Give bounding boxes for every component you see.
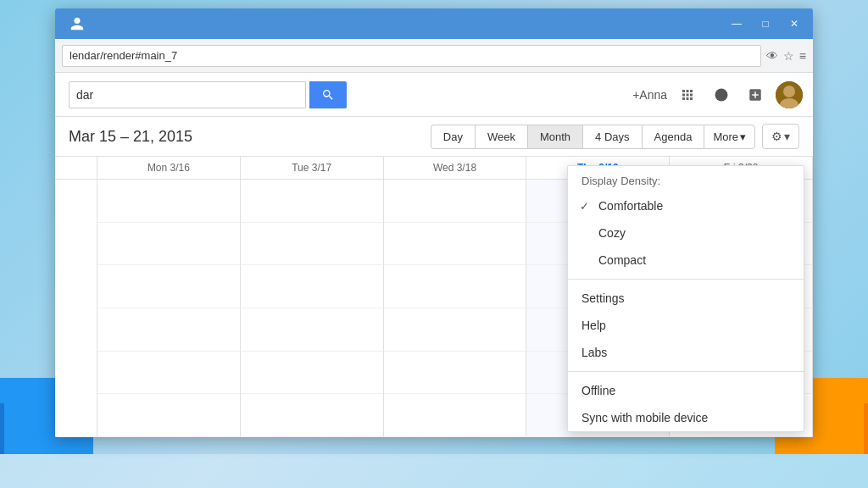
close-button[interactable]: ✕ bbox=[782, 15, 806, 32]
toolbar-right: +Anna bbox=[632, 81, 803, 108]
svg-point-2 bbox=[783, 86, 795, 97]
title-bar-profile-icon bbox=[65, 15, 89, 32]
settings-button[interactable]: ⚙ ▾ bbox=[762, 124, 799, 149]
apps-button[interactable] bbox=[674, 81, 701, 108]
view-week-button[interactable]: Week bbox=[475, 125, 527, 149]
google-toolbar: +Anna bbox=[55, 73, 813, 117]
address-input[interactable] bbox=[62, 45, 761, 67]
density-comfortable-item[interactable]: Comfortable bbox=[568, 192, 804, 219]
floor-reflection bbox=[0, 454, 868, 488]
search-container bbox=[69, 81, 347, 108]
view-more-button[interactable]: More ▾ bbox=[704, 125, 755, 149]
address-bar-icons: 👁 ☆ ≡ bbox=[766, 49, 806, 63]
cell-wed-3[interactable] bbox=[384, 265, 527, 308]
add-event-button[interactable] bbox=[742, 81, 769, 108]
settings-item[interactable]: Settings bbox=[568, 285, 804, 312]
avatar[interactable] bbox=[776, 81, 803, 108]
cell-mon-5[interactable] bbox=[97, 352, 241, 395]
cell-mon-4[interactable] bbox=[97, 308, 241, 352]
cell-tue-1[interactable] bbox=[241, 180, 384, 223]
view-day-button[interactable]: Day bbox=[431, 125, 475, 149]
day-header-tue: Tue 3/17 bbox=[241, 157, 384, 179]
cell-wed-5[interactable] bbox=[384, 352, 527, 395]
address-bar: 👁 ☆ ≡ bbox=[55, 39, 813, 73]
time-spacer bbox=[55, 157, 97, 179]
title-bar-controls: — □ ✕ bbox=[725, 15, 806, 32]
density-compact-item[interactable]: Compact bbox=[568, 247, 804, 274]
menu-divider-1 bbox=[568, 279, 804, 280]
offline-item[interactable]: Offline bbox=[568, 377, 804, 404]
density-section-label: Display Density: bbox=[568, 166, 804, 192]
cell-tue-5[interactable] bbox=[241, 352, 384, 395]
time-label-8am bbox=[55, 180, 97, 223]
cell-mon-1[interactable] bbox=[97, 180, 241, 223]
cell-wed-6[interactable] bbox=[384, 394, 527, 437]
view-agenda-button[interactable]: Agenda bbox=[642, 125, 704, 149]
lock-icon: 👁 bbox=[766, 49, 778, 63]
settings-dropdown: Display Density: Comfortable Cozy Compac… bbox=[567, 165, 804, 432]
menu-icon[interactable]: ≡ bbox=[799, 49, 806, 63]
time-label-11am bbox=[55, 308, 97, 352]
time-label-9am bbox=[55, 223, 97, 266]
time-label-10am bbox=[55, 265, 97, 308]
title-bar: — □ ✕ bbox=[55, 8, 813, 39]
labs-item[interactable]: Labs bbox=[568, 339, 804, 366]
sync-mobile-item[interactable]: Sync with mobile device bbox=[568, 404, 804, 431]
help-item[interactable]: Help bbox=[568, 312, 804, 339]
settings-icon: ⚙ bbox=[771, 130, 782, 143]
cell-mon-2[interactable] bbox=[97, 223, 241, 266]
date-range: Mar 15 – 21, 2015 bbox=[69, 128, 431, 146]
cell-wed-2[interactable] bbox=[384, 223, 527, 266]
bookmark-icon[interactable]: ☆ bbox=[783, 49, 794, 63]
anna-button[interactable]: +Anna bbox=[632, 88, 667, 102]
svg-point-0 bbox=[715, 88, 728, 101]
cell-wed-1[interactable] bbox=[384, 180, 527, 223]
settings-chevron-icon: ▾ bbox=[784, 130, 790, 143]
cell-tue-2[interactable] bbox=[241, 223, 384, 266]
search-button[interactable] bbox=[309, 81, 347, 108]
maximize-button[interactable]: □ bbox=[754, 15, 777, 32]
view-4days-button[interactable]: 4 Days bbox=[582, 125, 641, 149]
minimize-button[interactable]: — bbox=[725, 15, 748, 32]
cell-mon-3[interactable] bbox=[97, 265, 241, 308]
search-input[interactable] bbox=[69, 81, 306, 108]
cell-tue-3[interactable] bbox=[241, 265, 384, 308]
cell-tue-4[interactable] bbox=[241, 308, 384, 352]
day-header-mon: Mon 3/16 bbox=[97, 157, 241, 179]
calendar-header: Mar 15 – 21, 2015 Day Week Month 4 Days … bbox=[55, 117, 813, 157]
cell-mon-6[interactable] bbox=[97, 394, 241, 437]
more-chevron-icon: ▾ bbox=[740, 130, 746, 143]
time-label-12pm bbox=[55, 352, 97, 395]
cell-tue-6[interactable] bbox=[241, 394, 384, 437]
notifications-button[interactable] bbox=[708, 81, 735, 108]
cell-wed-4[interactable] bbox=[384, 308, 527, 352]
view-month-button[interactable]: Month bbox=[527, 125, 582, 149]
density-cozy-item[interactable]: Cozy bbox=[568, 219, 804, 247]
view-tabs: Day Week Month 4 Days Agenda More ▾ bbox=[431, 125, 755, 149]
day-header-wed: Wed 3/18 bbox=[384, 157, 527, 179]
menu-divider-2 bbox=[568, 371, 804, 372]
time-label-1pm bbox=[55, 394, 97, 437]
